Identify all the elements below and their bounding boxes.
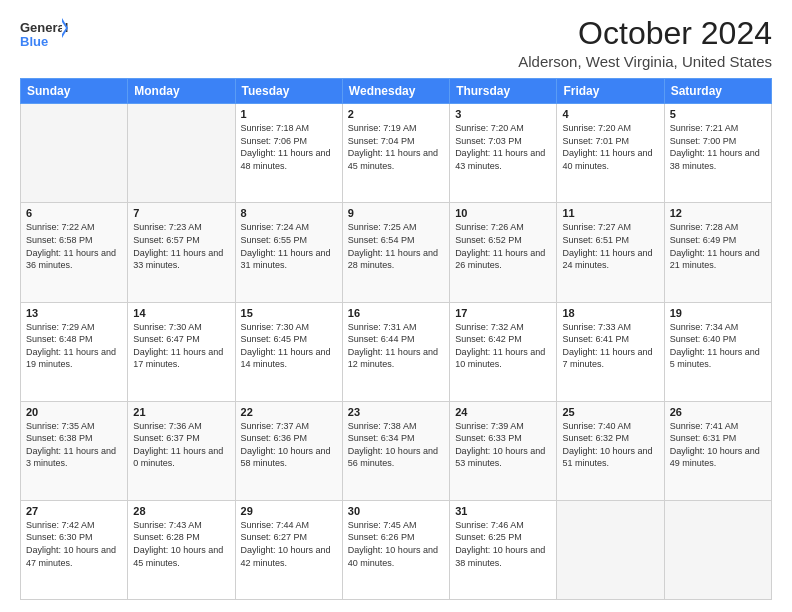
calendar-day-cell: 1 Sunrise: 7:18 AMSunset: 7:06 PMDayligh… [235,104,342,203]
day-info: Sunrise: 7:43 AMSunset: 6:28 PMDaylight:… [133,520,223,568]
calendar-day-cell [557,500,664,599]
day-info: Sunrise: 7:38 AMSunset: 6:34 PMDaylight:… [348,421,438,469]
day-number: 5 [670,108,766,120]
calendar-day-cell: 14 Sunrise: 7:30 AMSunset: 6:47 PMDaylig… [128,302,235,401]
calendar-day-header: Monday [128,79,235,104]
calendar-day-cell: 18 Sunrise: 7:33 AMSunset: 6:41 PMDaylig… [557,302,664,401]
calendar-day-cell: 15 Sunrise: 7:30 AMSunset: 6:45 PMDaylig… [235,302,342,401]
day-number: 30 [348,505,444,517]
calendar-day-header: Saturday [664,79,771,104]
calendar-day-cell: 2 Sunrise: 7:19 AMSunset: 7:04 PMDayligh… [342,104,449,203]
day-info: Sunrise: 7:21 AMSunset: 7:00 PMDaylight:… [670,123,760,171]
day-info: Sunrise: 7:31 AMSunset: 6:44 PMDaylight:… [348,322,438,370]
calendar-week-row: 27 Sunrise: 7:42 AMSunset: 6:30 PMDaylig… [21,500,772,599]
calendar-week-row: 1 Sunrise: 7:18 AMSunset: 7:06 PMDayligh… [21,104,772,203]
calendar-day-cell: 19 Sunrise: 7:34 AMSunset: 6:40 PMDaylig… [664,302,771,401]
calendar-day-cell: 6 Sunrise: 7:22 AMSunset: 6:58 PMDayligh… [21,203,128,302]
day-number: 19 [670,307,766,319]
calendar-day-cell: 12 Sunrise: 7:28 AMSunset: 6:49 PMDaylig… [664,203,771,302]
calendar-day-cell: 11 Sunrise: 7:27 AMSunset: 6:51 PMDaylig… [557,203,664,302]
calendar-table: SundayMondayTuesdayWednesdayThursdayFrid… [20,78,772,600]
calendar-week-row: 20 Sunrise: 7:35 AMSunset: 6:38 PMDaylig… [21,401,772,500]
calendar-day-cell: 9 Sunrise: 7:25 AMSunset: 6:54 PMDayligh… [342,203,449,302]
calendar-day-cell: 31 Sunrise: 7:46 AMSunset: 6:25 PMDaylig… [450,500,557,599]
calendar-day-header: Thursday [450,79,557,104]
location-title: Alderson, West Virginia, United States [518,53,772,70]
calendar-day-cell: 5 Sunrise: 7:21 AMSunset: 7:00 PMDayligh… [664,104,771,203]
day-number: 23 [348,406,444,418]
day-number: 10 [455,207,551,219]
day-number: 4 [562,108,658,120]
day-info: Sunrise: 7:20 AMSunset: 7:03 PMDaylight:… [455,123,545,171]
day-info: Sunrise: 7:40 AMSunset: 6:32 PMDaylight:… [562,421,652,469]
calendar-day-cell: 20 Sunrise: 7:35 AMSunset: 6:38 PMDaylig… [21,401,128,500]
calendar-day-cell: 27 Sunrise: 7:42 AMSunset: 6:30 PMDaylig… [21,500,128,599]
day-number: 26 [670,406,766,418]
day-info: Sunrise: 7:27 AMSunset: 6:51 PMDaylight:… [562,222,652,270]
day-info: Sunrise: 7:32 AMSunset: 6:42 PMDaylight:… [455,322,545,370]
svg-text:General: General [20,20,68,35]
page: General Blue October 2024 Alderson, West… [0,0,792,612]
calendar-day-cell [21,104,128,203]
calendar-day-cell: 16 Sunrise: 7:31 AMSunset: 6:44 PMDaylig… [342,302,449,401]
day-number: 20 [26,406,122,418]
day-info: Sunrise: 7:29 AMSunset: 6:48 PMDaylight:… [26,322,116,370]
calendar-day-cell: 22 Sunrise: 7:37 AMSunset: 6:36 PMDaylig… [235,401,342,500]
day-number: 25 [562,406,658,418]
day-number: 14 [133,307,229,319]
day-number: 28 [133,505,229,517]
day-number: 1 [241,108,337,120]
calendar-day-cell: 4 Sunrise: 7:20 AMSunset: 7:01 PMDayligh… [557,104,664,203]
day-info: Sunrise: 7:35 AMSunset: 6:38 PMDaylight:… [26,421,116,469]
day-number: 2 [348,108,444,120]
day-info: Sunrise: 7:41 AMSunset: 6:31 PMDaylight:… [670,421,760,469]
day-info: Sunrise: 7:39 AMSunset: 6:33 PMDaylight:… [455,421,545,469]
day-number: 7 [133,207,229,219]
calendar-day-cell: 29 Sunrise: 7:44 AMSunset: 6:27 PMDaylig… [235,500,342,599]
calendar-day-cell: 17 Sunrise: 7:32 AMSunset: 6:42 PMDaylig… [450,302,557,401]
day-number: 9 [348,207,444,219]
calendar-day-cell [128,104,235,203]
day-number: 15 [241,307,337,319]
calendar-day-cell: 7 Sunrise: 7:23 AMSunset: 6:57 PMDayligh… [128,203,235,302]
calendar-day-cell: 10 Sunrise: 7:26 AMSunset: 6:52 PMDaylig… [450,203,557,302]
header: General Blue October 2024 Alderson, West… [20,16,772,70]
day-number: 3 [455,108,551,120]
day-number: 8 [241,207,337,219]
calendar-header-row: SundayMondayTuesdayWednesdayThursdayFrid… [21,79,772,104]
calendar-day-cell: 23 Sunrise: 7:38 AMSunset: 6:34 PMDaylig… [342,401,449,500]
day-info: Sunrise: 7:36 AMSunset: 6:37 PMDaylight:… [133,421,223,469]
day-number: 6 [26,207,122,219]
day-number: 11 [562,207,658,219]
calendar-day-cell: 26 Sunrise: 7:41 AMSunset: 6:31 PMDaylig… [664,401,771,500]
day-info: Sunrise: 7:42 AMSunset: 6:30 PMDaylight:… [26,520,116,568]
day-number: 12 [670,207,766,219]
day-info: Sunrise: 7:20 AMSunset: 7:01 PMDaylight:… [562,123,652,171]
day-info: Sunrise: 7:45 AMSunset: 6:26 PMDaylight:… [348,520,438,568]
day-info: Sunrise: 7:34 AMSunset: 6:40 PMDaylight:… [670,322,760,370]
day-info: Sunrise: 7:30 AMSunset: 6:47 PMDaylight:… [133,322,223,370]
day-info: Sunrise: 7:26 AMSunset: 6:52 PMDaylight:… [455,222,545,270]
day-info: Sunrise: 7:28 AMSunset: 6:49 PMDaylight:… [670,222,760,270]
calendar-day-cell: 21 Sunrise: 7:36 AMSunset: 6:37 PMDaylig… [128,401,235,500]
day-info: Sunrise: 7:18 AMSunset: 7:06 PMDaylight:… [241,123,331,171]
calendar-day-header: Sunday [21,79,128,104]
day-number: 29 [241,505,337,517]
day-info: Sunrise: 7:44 AMSunset: 6:27 PMDaylight:… [241,520,331,568]
calendar-day-cell: 13 Sunrise: 7:29 AMSunset: 6:48 PMDaylig… [21,302,128,401]
calendar-day-cell: 24 Sunrise: 7:39 AMSunset: 6:33 PMDaylig… [450,401,557,500]
calendar-day-cell: 30 Sunrise: 7:45 AMSunset: 6:26 PMDaylig… [342,500,449,599]
calendar-day-header: Friday [557,79,664,104]
calendar-day-cell: 8 Sunrise: 7:24 AMSunset: 6:55 PMDayligh… [235,203,342,302]
day-info: Sunrise: 7:22 AMSunset: 6:58 PMDaylight:… [26,222,116,270]
calendar-day-header: Wednesday [342,79,449,104]
day-info: Sunrise: 7:30 AMSunset: 6:45 PMDaylight:… [241,322,331,370]
title-block: October 2024 Alderson, West Virginia, Un… [518,16,772,70]
day-number: 24 [455,406,551,418]
day-info: Sunrise: 7:46 AMSunset: 6:25 PMDaylight:… [455,520,545,568]
calendar-week-row: 6 Sunrise: 7:22 AMSunset: 6:58 PMDayligh… [21,203,772,302]
day-info: Sunrise: 7:37 AMSunset: 6:36 PMDaylight:… [241,421,331,469]
day-info: Sunrise: 7:19 AMSunset: 7:04 PMDaylight:… [348,123,438,171]
calendar-day-cell: 25 Sunrise: 7:40 AMSunset: 6:32 PMDaylig… [557,401,664,500]
calendar-day-cell: 28 Sunrise: 7:43 AMSunset: 6:28 PMDaylig… [128,500,235,599]
